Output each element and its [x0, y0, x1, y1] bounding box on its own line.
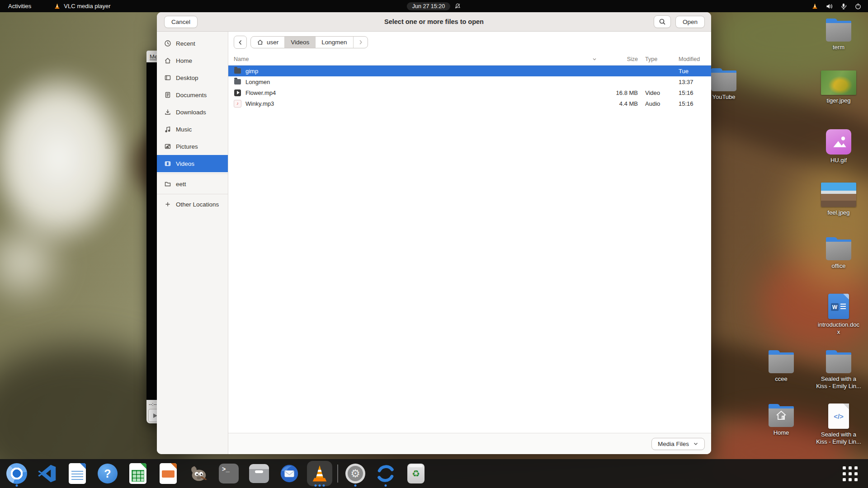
dock-item-gimp[interactable]	[188, 460, 209, 488]
back-button[interactable]	[234, 36, 247, 49]
dock-item-chromium[interactable]	[6, 460, 28, 488]
folder-icon	[164, 180, 171, 188]
desktop-icon-term[interactable]: term	[814, 18, 863, 51]
desktop-icon-ccee[interactable]: ccee	[756, 350, 806, 383]
sidebar-item-other-locations[interactable]: Other Locations	[157, 196, 228, 213]
clock[interactable]: Jun 27 15:20	[407, 2, 450, 10]
dock-item-vscode[interactable]	[36, 460, 58, 488]
plus-icon	[164, 201, 171, 208]
dock-separator	[337, 465, 338, 483]
dock-item-software-updater[interactable]	[375, 460, 396, 488]
open-button[interactable]: Open	[675, 16, 705, 28]
sidebar-item-eett[interactable]: eett	[157, 175, 228, 192]
libreoffice-impress-icon	[160, 463, 177, 484]
system-status-area[interactable]	[811, 0, 868, 12]
search-button[interactable]	[654, 15, 671, 28]
column-header-size[interactable]: Size	[600, 56, 638, 62]
folder-icon	[826, 350, 851, 373]
desktop-icon-sealed-html[interactable]: </> Sealed with a Kiss - Emily Lin...	[814, 404, 863, 446]
sidebar-item-desktop[interactable]: Desktop	[157, 69, 228, 86]
desktop-icon-label: introduction.docx	[817, 321, 860, 336]
desktop-icon-office[interactable]: office	[814, 237, 863, 270]
top-bar: Activities VLC media player Jun 27 15:20	[0, 0, 868, 12]
gimp-icon	[188, 463, 209, 484]
sidebar-item-documents[interactable]: Documents	[157, 86, 228, 103]
file-row-flower-mp4[interactable]: Flower.mp4 16.8 MB Video 15:16	[228, 87, 711, 98]
libreoffice-calc-icon	[129, 463, 146, 484]
thunderbird-icon	[279, 463, 300, 484]
desktop-icon-feel-jpeg[interactable]: feel.jpeg	[814, 183, 863, 216]
sidebar-item-recent[interactable]: Recent	[157, 35, 228, 52]
sidebar-item-downloads[interactable]: Downloads	[157, 103, 228, 121]
breadcrumb-forward-button[interactable]	[354, 37, 368, 48]
word-document-icon: W	[828, 294, 849, 319]
desktop-icon-sealed-folder[interactable]: Sealed with a Kiss - Emily Lin...	[814, 350, 863, 390]
files-icon	[249, 464, 269, 483]
vlc-tray-icon[interactable]	[811, 3, 818, 9]
sidebar-item-pictures[interactable]: Pictures	[157, 138, 228, 155]
column-header-type[interactable]: Type	[645, 56, 673, 62]
activities-button[interactable]: Activities	[0, 0, 39, 12]
html-file-icon: </>	[828, 404, 849, 429]
folder-icon	[234, 68, 241, 74]
dock-item-thunderbird[interactable]	[278, 460, 300, 488]
volume-icon[interactable]	[826, 3, 833, 10]
power-icon[interactable]	[854, 3, 862, 10]
running-indicator	[354, 484, 357, 487]
desktop-icon-hu-gif[interactable]: HU.gif	[814, 129, 863, 164]
dock-item-terminal[interactable]: >_	[218, 460, 240, 488]
app-menu-label: VLC media player	[64, 3, 110, 9]
file-row-gimp[interactable]: gimp Tue	[228, 66, 711, 76]
file-row-winky-mp3[interactable]: ♪ Winky.mp3 4.4 MB Audio 15:16	[228, 98, 711, 109]
app-menu[interactable]: VLC media player	[54, 0, 110, 12]
folder-icon	[769, 350, 794, 373]
dock-item-settings[interactable]: ⚙	[344, 460, 366, 488]
desktop-icon-label: Sealed with a Kiss - Emily Lin...	[815, 375, 863, 390]
sidebar-item-label: Other Locations	[176, 201, 219, 208]
settings-gear-icon: ⚙	[345, 464, 365, 483]
column-header-name[interactable]: Name	[234, 56, 600, 62]
desktop-icon-home[interactable]: Home	[756, 404, 806, 436]
sidebar-item-label: eett	[176, 181, 186, 188]
sidebar-item-label: Documents	[176, 92, 207, 99]
file-type-filter-dropdown[interactable]: Media Files	[651, 438, 705, 450]
dock-item-vlc[interactable]	[309, 460, 330, 488]
desktop-icon-label: feel.jpeg	[827, 209, 849, 216]
sidebar-item-home[interactable]: Home	[157, 52, 228, 69]
desktop-icon-label: HU.gif	[830, 157, 847, 164]
show-apps-button[interactable]	[838, 459, 862, 488]
microphone-icon[interactable]	[840, 3, 847, 10]
sidebar-item-label: Desktop	[176, 75, 198, 81]
dock-item-libreoffice-impress[interactable]	[157, 460, 179, 488]
breadcrumb-longmen[interactable]: Longmen	[316, 37, 353, 48]
help-icon: ?	[98, 464, 118, 483]
desktop-icon-tiger-jpeg[interactable]: tiger.jpeg	[814, 70, 863, 104]
dock-item-files[interactable]	[248, 460, 270, 488]
cancel-button[interactable]: Cancel	[164, 16, 198, 28]
desktop-icon-introduction-docx[interactable]: W introduction.docx	[814, 294, 863, 336]
breadcrumb-user[interactable]: user	[251, 37, 285, 48]
clock-icon	[164, 40, 171, 47]
sidebar-item-videos[interactable]: Videos	[157, 155, 228, 172]
column-header-modified[interactable]: Modified	[679, 56, 706, 62]
desktop-icon-label: office	[832, 263, 846, 270]
dialog-header: Cancel Select one or more files to open …	[157, 12, 711, 32]
home-folder-icon	[769, 404, 794, 427]
sidebar-item-music[interactable]: Music	[157, 121, 228, 138]
dock-item-help[interactable]: ?	[97, 460, 118, 488]
file-row-longmen[interactable]: Longmen 13:37	[228, 76, 711, 87]
dock-item-libreoffice-writer[interactable]	[66, 460, 88, 488]
folder-icon	[234, 79, 241, 84]
vlc-icon	[310, 464, 329, 483]
breadcrumb-videos[interactable]: Videos	[285, 37, 316, 48]
desktop-icon-label: Home	[774, 429, 789, 436]
video-file-icon	[234, 89, 241, 96]
chevron-left-icon	[237, 39, 244, 46]
dock-item-trash[interactable]: ♻	[405, 460, 427, 488]
file-chooser-dialog: Cancel Select one or more files to open …	[157, 12, 711, 454]
path-bar: user Videos Longmen	[228, 32, 711, 53]
breadcrumb: user Videos Longmen	[250, 36, 368, 48]
dock-item-libreoffice-calc[interactable]	[127, 460, 149, 488]
chevron-right-icon	[358, 39, 363, 45]
places-sidebar: Recent Home Desktop Documents Downloads …	[157, 32, 228, 454]
